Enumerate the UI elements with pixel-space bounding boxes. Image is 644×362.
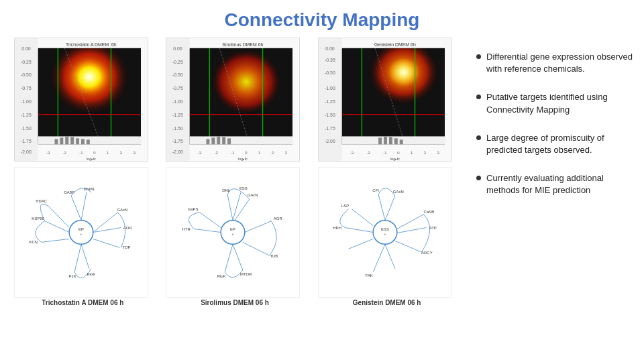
bullets-area: Differential gene expression observed wi… xyxy=(470,38,644,362)
svg-text:-1.75: -1.75 xyxy=(21,139,32,143)
svg-text:CaNB: CaNB xyxy=(424,210,435,214)
svg-text:2: 2 xyxy=(272,151,274,155)
svg-text:-2: -2 xyxy=(62,151,66,155)
svg-text:RioK: RioK xyxy=(217,274,226,278)
svg-rect-56 xyxy=(217,136,221,144)
svg-text:-1.00: -1.00 xyxy=(173,99,184,104)
svg-text:-0.25: -0.25 xyxy=(21,60,32,64)
svg-text:-2: -2 xyxy=(367,151,370,155)
svg-text:LSP: LSP xyxy=(341,204,349,208)
svg-text:ATP: ATP xyxy=(429,226,437,230)
svg-rect-80 xyxy=(342,48,445,144)
svg-rect-87 xyxy=(384,136,387,144)
svg-text:EP: EP xyxy=(231,227,236,231)
svg-text:EP: EP xyxy=(78,227,84,231)
svg-rect-20 xyxy=(54,139,58,144)
bullet-text-1: Differential gene expression observed wi… xyxy=(486,51,634,75)
svg-rect-85 xyxy=(342,136,445,144)
svg-rect-53 xyxy=(190,136,292,144)
svg-text:P1K: P1K xyxy=(68,274,76,278)
svg-text:-2: -2 xyxy=(215,151,218,155)
svg-text:-1.50: -1.50 xyxy=(325,113,335,117)
svg-text:-0.35: -0.35 xyxy=(325,58,335,62)
svg-text:Genistein DMEM 6h: Genistein DMEM 6h xyxy=(374,42,416,47)
svg-text:log₂fc: log₂fc xyxy=(86,157,96,161)
svg-text:GAcN: GAcN xyxy=(393,190,404,194)
svg-text:-2.00: -2.00 xyxy=(325,139,335,143)
svg-text:-2.00: -2.00 xyxy=(173,149,184,154)
svg-text:-1.50: -1.50 xyxy=(21,126,32,131)
svg-text:0.00: 0.00 xyxy=(325,46,335,51)
svg-text:0.00: 0.00 xyxy=(21,46,31,51)
svg-text:-1.75: -1.75 xyxy=(173,139,184,143)
svg-text:1: 1 xyxy=(107,151,109,155)
svg-rect-89 xyxy=(394,138,398,144)
bullet-item-4: Currently evaluating additional methods … xyxy=(476,172,634,196)
svg-text:log₂fc: log₂fc xyxy=(390,157,400,161)
network-chart-3: ESS + CFI GAcN CaNB ATP ADCY xyxy=(318,167,455,306)
svg-text:FAK: FAK xyxy=(366,274,373,278)
svg-text:Sirolimus DMEM 6h: Sirolimus DMEM 6h xyxy=(223,42,264,47)
bullet-text-4: Currently evaluating additional methods … xyxy=(486,172,634,196)
bullet-item-2: Putative targets identified using Connec… xyxy=(476,91,634,115)
network-label-3: Genistein DMEM 06 h xyxy=(318,299,455,306)
scatter-chart-1: 0.00 -0.25 -0.50 -0.75 -1.00 -1.25 -1.50… xyxy=(14,38,152,162)
svg-text:-0.75: -0.75 xyxy=(21,86,32,90)
svg-text:HRH: HRH xyxy=(333,226,341,230)
svg-text:-0.50: -0.50 xyxy=(21,72,32,77)
svg-text:2: 2 xyxy=(424,151,426,155)
bullet-item-1: Differential gene expression observed wi… xyxy=(476,51,634,75)
bullet-dot-2 xyxy=(476,95,481,99)
network-chart-2: EP + DNb ESS GAcN AOR TU xyxy=(166,167,303,306)
svg-text:log₂fc: log₂fc xyxy=(238,157,248,161)
svg-text:ESS: ESS xyxy=(239,186,248,190)
svg-rect-55 xyxy=(212,137,215,144)
svg-text:TUB: TUB xyxy=(270,254,278,258)
bullet-dot-4 xyxy=(476,176,481,180)
bullet-item-3: Large degree of promiscuity of predicted… xyxy=(476,132,634,156)
svg-text:RioK: RioK xyxy=(87,272,95,276)
svg-text:-1.75: -1.75 xyxy=(325,126,335,131)
svg-text:-1.25: -1.25 xyxy=(173,113,184,117)
svg-rect-57 xyxy=(223,137,226,144)
bullet-text-2: Putative targets identified using Connec… xyxy=(486,91,634,115)
svg-text:1: 1 xyxy=(411,151,413,155)
svg-text:1: 1 xyxy=(258,151,260,155)
svg-rect-58 xyxy=(228,138,231,144)
svg-text:CFI: CFI xyxy=(372,188,379,192)
svg-text:-0.25: -0.25 xyxy=(173,60,184,64)
svg-text:0.00: 0.00 xyxy=(174,46,183,51)
svg-rect-48 xyxy=(190,48,292,144)
bullet-dot-1 xyxy=(476,54,481,59)
svg-text:TOP: TOP xyxy=(122,245,130,249)
svg-text:-3: -3 xyxy=(198,151,202,155)
svg-text:-0.50: -0.50 xyxy=(173,72,184,77)
svg-rect-88 xyxy=(389,137,392,144)
svg-text:+: + xyxy=(80,233,82,236)
svg-text:-1.50: -1.50 xyxy=(173,126,184,131)
svg-rect-23 xyxy=(70,137,74,144)
svg-rect-24 xyxy=(76,138,79,144)
svg-rect-54 xyxy=(207,139,210,144)
svg-rect-86 xyxy=(378,137,382,144)
svg-text:HTR: HTR xyxy=(182,227,191,231)
svg-text:ADCY: ADCY xyxy=(421,251,433,255)
svg-text:-1.25: -1.25 xyxy=(325,99,335,104)
charts-area: 0.00 -0.25 -0.50 -0.75 -1.00 -1.25 -1.50… xyxy=(0,38,470,362)
svg-text:ESS: ESS xyxy=(381,227,389,231)
scatter-chart-3: 0.00 -0.35 -0.50 -1.00 -1.25 -1.50 -1.75… xyxy=(318,38,455,162)
page-title: Connectivity Mapping xyxy=(0,0,644,38)
svg-text:MTOR: MTOR xyxy=(241,272,253,276)
network-chart-1: EP + GA8P DNM1 GAcN AOR xyxy=(14,167,152,306)
svg-text:-2.00: -2.00 xyxy=(21,149,32,154)
svg-text:-3: -3 xyxy=(46,151,50,155)
scatter-chart-2: 0.00 -0.25 -0.50 -0.75 -1.00 -1.25 -1.50… xyxy=(166,38,303,162)
network-label-1: Trichostatin A DMEM 06 h xyxy=(14,299,152,306)
svg-rect-22 xyxy=(65,136,68,144)
svg-text:-0.50: -0.50 xyxy=(325,70,335,75)
svg-text:GAcN: GAcN xyxy=(117,208,127,212)
svg-text:GAcN: GAcN xyxy=(248,193,258,197)
svg-rect-14 xyxy=(38,48,141,144)
svg-text:-3: -3 xyxy=(350,151,354,155)
svg-text:-1.00: -1.00 xyxy=(325,86,335,90)
